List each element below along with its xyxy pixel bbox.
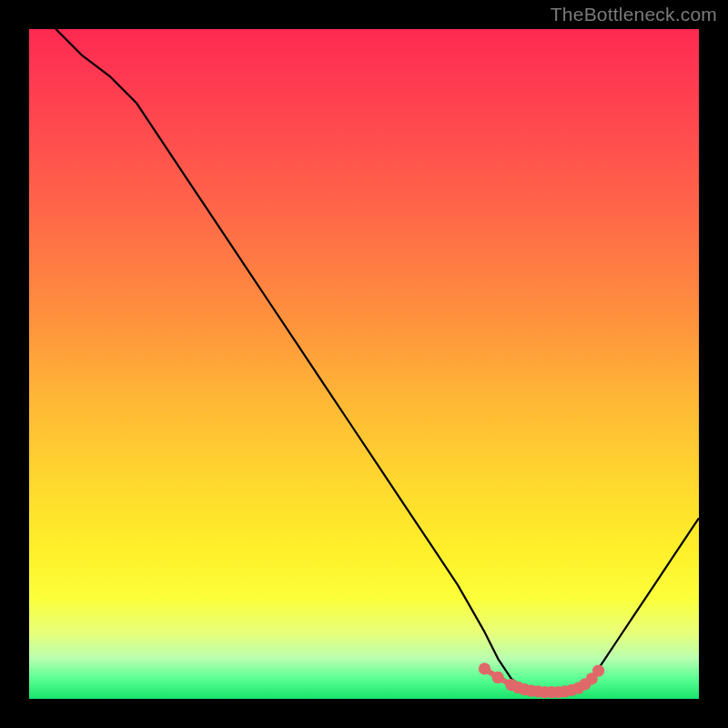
minimum-marker-group: [479, 662, 604, 698]
bottleneck-curve: [29, 29, 699, 693]
watermark-text: TheBottleneck.com: [551, 4, 717, 25]
minimum-dot: [592, 664, 604, 676]
minimum-dot: [479, 662, 490, 674]
bottleneck-curve-svg: [29, 29, 699, 699]
plot-area: [29, 29, 699, 699]
minimum-dot: [492, 672, 504, 683]
chart-frame: TheBottleneck.com: [0, 0, 728, 728]
